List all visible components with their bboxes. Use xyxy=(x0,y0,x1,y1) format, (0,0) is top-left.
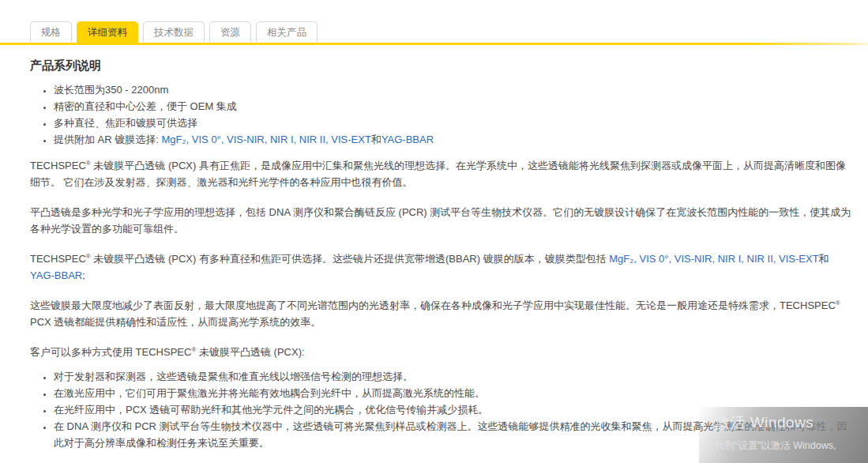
paragraph-overview: TECHSPEC® 未镀膜平凸透镜 (PCX) 具有正焦距，是成像应用中汇集和聚… xyxy=(30,157,852,190)
text-segment: 在光纤应用中，PCX 透镜可帮助光纤和其他光学元件之间的光耦合，优化信号传输并减… xyxy=(54,404,488,416)
tab-technical-data[interactable]: 技术数据 xyxy=(143,21,205,43)
text-segment: 和 xyxy=(819,253,829,265)
text-segment: 波长范围为350 - 2200nm xyxy=(54,84,168,96)
paragraph-coating-options: TECHSPEC® 未镀膜平凸透镜 (PCX) 有多种直径和焦距可供选择。这些镜… xyxy=(30,250,852,284)
watermark-title: 激活 Windows xyxy=(715,412,868,433)
inline-link[interactable]: YAG-BBAR xyxy=(30,269,82,281)
product-series-description: 产品系列说明 波长范围为350 - 2200nm 精密的直径和中心公差，便于 O… xyxy=(30,57,852,463)
section-heading: 产品系列说明 xyxy=(30,57,852,73)
text-segment: 未镀膜平凸透镜 (PCX): xyxy=(196,346,304,358)
text-segment: TECHSPEC xyxy=(30,160,86,171)
feature-item-tolerance: 精密的直径和中心公差，便于 OEM 集成 xyxy=(54,98,852,115)
usage-item-emitters-detectors: 对于发射器和探测器，这些透镜是聚焦和准直光线以增强信号检测的理想选择。 xyxy=(54,368,852,385)
text-segment: 在激光应用中，它们可用于聚焦激光并将光能有效地耦合到光纤中，从而提高激光系统的性… xyxy=(54,387,485,399)
inline-link[interactable]: VIS-EXT xyxy=(779,253,819,265)
text-segment: PCX 透镜都能提供精确性和适应性，从而提高光学系统的效率。 xyxy=(30,316,321,328)
tab-resources[interactable]: 资源 xyxy=(209,21,251,43)
inline-link[interactable]: NIR II, xyxy=(747,253,776,265)
text-segment: 平凸透镜是多种光学和光子学应用的理想选择，包括 DNA 测序仪和聚合酶链反应 (… xyxy=(30,206,851,235)
text-segment: 这些镀膜最大限度地减少了表面反射，最大限度地提高了不同光谱范围内的光透射率，确保… xyxy=(30,299,836,311)
paragraph-applications: 平凸透镜是多种光学和光子学应用的理想选择，包括 DNA 测序仪和聚合酶链反应 (… xyxy=(30,204,852,237)
text-segment: 多种直径、焦距和镀膜可供选择 xyxy=(54,117,197,129)
inline-link[interactable]: VIS-NIR, xyxy=(674,253,715,265)
paragraph-usage-intro: 客户可以多种方式使用 TECHSPEC® 未镀膜平凸透镜 (PCX): xyxy=(30,344,852,360)
tab-underline xyxy=(0,43,868,45)
text-segment: 对于发射器和探测器，这些透镜是聚焦和准直光线以增强信号检测的理想选择。 xyxy=(54,371,413,382)
windows-activation-watermark: 激活 Windows 转到“设置”以激活 Windows, xyxy=(699,407,868,463)
inline-link[interactable]: VIS 0°, xyxy=(640,253,672,265)
text-segment: ® xyxy=(836,299,840,307)
feature-item-wavelength: 波长范围为350 - 2200nm xyxy=(54,81,852,98)
inline-link[interactable]: MgF₂, xyxy=(609,253,637,265)
feature-item-options: 多种直径、焦距和镀膜可供选择 xyxy=(54,115,852,131)
inline-link[interactable]: NIR II, xyxy=(299,134,329,145)
inline-link[interactable]: VIS-NIR, xyxy=(227,134,267,145)
text-segment: 客户可以多种方式使用 TECHSPEC xyxy=(30,346,191,358)
paragraph-coating-benefits: 这些镀膜最大限度地减少了表面反射，最大限度地提高了不同光谱范围内的光透射率，确保… xyxy=(30,297,852,330)
inline-link[interactable]: MgF₂, xyxy=(162,134,190,145)
tab-details[interactable]: 详细资料 xyxy=(77,21,138,43)
tab-bar: 规格 详细资料 技术数据 资源 相关产品 xyxy=(30,21,318,43)
inline-link[interactable]: NIR I, xyxy=(270,134,296,145)
inline-link[interactable]: VIS-EXT xyxy=(331,134,371,145)
text-segment: TECHSPEC xyxy=(30,253,86,265)
tab-related-products[interactable]: 相关产品 xyxy=(256,21,318,43)
inline-link[interactable]: VIS 0°, xyxy=(192,134,224,145)
inline-link[interactable]: YAG-BBAR xyxy=(381,134,434,145)
text-segment: ; xyxy=(82,269,85,281)
text-segment: 提供附加 AR 镀膜选择: xyxy=(54,134,162,145)
text-segment: 精密的直径和中心公差，便于 OEM 集成 xyxy=(54,100,237,112)
feature-item-ar-coatings: 提供附加 AR 镀膜选择: MgF₂, VIS 0°, VIS-NIR, NIR… xyxy=(54,131,852,148)
watermark-subtitle: 转到“设置”以激活 Windows, xyxy=(715,439,868,453)
text-segment: 和 xyxy=(371,134,381,145)
feature-list: 波长范围为350 - 2200nm 精密的直径和中心公差，便于 OEM 集成 多… xyxy=(30,81,852,148)
inline-link[interactable]: NIR I, xyxy=(718,253,744,265)
tab-specifications[interactable]: 规格 xyxy=(30,21,72,43)
text-segment: 未镀膜平凸透镜 (PCX) 具有正焦距，是成像应用中汇集和聚焦光线的理想选择。在… xyxy=(30,160,846,188)
usage-item-laser: 在激光应用中，它们可用于聚焦激光并将光能有效地耦合到光纤中，从而提高激光系统的性… xyxy=(54,385,852,401)
text-segment: 未镀膜平凸透镜 (PCX) 有多种直径和焦距可供选择。这些镜片还提供宽带增透(B… xyxy=(91,253,610,265)
